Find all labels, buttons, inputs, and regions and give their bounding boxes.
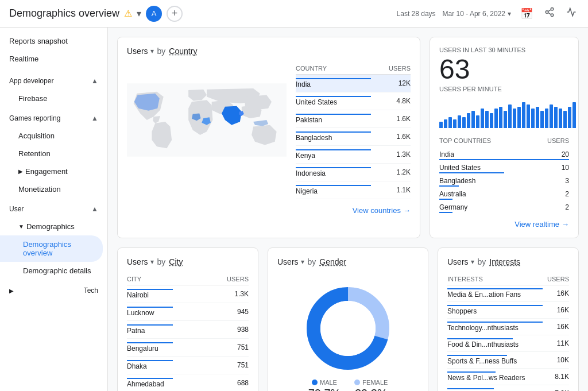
realtime-bar	[513, 109, 516, 128]
city-filter-link[interactable]: City	[169, 257, 183, 266]
realtime-bar	[499, 107, 502, 129]
country-table: COUNTRY USERS India 12K United States 4.…	[296, 63, 411, 199]
interests-table-row[interactable]: Sports & F...ness Buffs 10K	[447, 352, 569, 369]
sidebar-demographic-details[interactable]: Demographic details	[0, 262, 103, 280]
country-table-row[interactable]: Nigeria 1.1K	[296, 181, 411, 199]
view-realtime-link[interactable]: View realtime →	[439, 220, 569, 229]
country-table-row[interactable]: United States 4.8K	[296, 92, 411, 110]
sidebar-monetization[interactable]: Monetization	[0, 180, 103, 198]
realtime-bar	[545, 109, 548, 128]
interests-table-row[interactable]: News & Pol...ws Readers 8.1K	[447, 369, 569, 385]
city-table-row[interactable]: Ahmedabad 688	[127, 374, 249, 392]
interests-table-row[interactable]: Technology...nthusiasts 16K	[447, 319, 569, 335]
dropdown-arrow-interests[interactable]: ▾	[471, 258, 474, 266]
realtime-bar	[517, 107, 521, 129]
country-table-row[interactable]: Kenya 1.3K	[296, 146, 411, 164]
topbar-left: Demographics overview ⚠ ▾ A +	[9, 6, 183, 22]
country-table-row[interactable]: India 12K	[296, 75, 411, 92]
realtime-bar	[536, 107, 539, 129]
realtime-bar	[550, 104, 553, 128]
sidebar-demographics-overview[interactable]: Demographics overview	[0, 235, 103, 262]
share-icon-btn[interactable]	[542, 5, 557, 22]
col-city-header: CITY	[127, 273, 204, 285]
realtime-bar	[476, 115, 479, 129]
country-bar	[439, 172, 504, 173]
sidebar-firebase[interactable]: Firebase	[0, 90, 103, 107]
female-pct: 29.3%	[355, 387, 388, 391]
interests-table-row[interactable]: Media & En...ation Fans 16K	[447, 285, 569, 302]
city-card-title: Users ▾ by City	[127, 257, 249, 266]
interests-table-row[interactable]: Lifestyles ...nthusiasts 7.9K	[447, 385, 569, 392]
avatar: A	[146, 6, 162, 22]
city-table-row[interactable]: Bengaluru 751	[127, 339, 249, 357]
world-map	[127, 63, 287, 177]
city-table-row[interactable]: Dhaka 751	[127, 357, 249, 374]
layout: Reports snapshot Realtime App developer …	[0, 28, 588, 391]
male-legend: MALE 70.7%	[308, 379, 341, 391]
sidebar-acquisition[interactable]: Acquisition	[0, 127, 103, 145]
city-table-row[interactable]: Patna 938	[127, 321, 249, 339]
date-range-selector[interactable]: Mar 10 - Apr 6, 2022 ▾	[443, 10, 511, 18]
add-view-btn[interactable]: +	[167, 6, 183, 22]
realtime-bar	[531, 109, 535, 128]
calendar-icon-btn[interactable]: 📅	[518, 5, 535, 22]
svg-point-2	[551, 14, 554, 17]
col-interests-users-header: USERS	[543, 273, 569, 285]
chevron-up-icon2: ▲	[91, 114, 98, 122]
svg-point-0	[551, 8, 554, 11]
page-title: Demographics overview	[9, 7, 119, 20]
interests-card-title: Users ▾ by Interests	[447, 257, 569, 266]
realtime-card: USERS IN LAST 30 MINUTES 63 USERS PER MI…	[430, 37, 579, 238]
topbar-right: Last 28 days Mar 10 - Apr 6, 2022 ▾ 📅	[397, 5, 579, 22]
country-table-row[interactable]: Bangladesh 1.6K	[296, 128, 411, 146]
sidebar-games-reporting[interactable]: Games reporting ▲	[0, 110, 107, 127]
realtime-bar	[572, 102, 576, 128]
dropdown-arrow-city[interactable]: ▾	[150, 258, 154, 266]
realtime-bar	[458, 115, 461, 129]
country-bar	[439, 199, 452, 200]
sidebar-app-developer[interactable]: App developer ▲	[0, 72, 107, 90]
top-countries-list: India 20 United States 10 Bangladesh 3 A…	[439, 149, 569, 213]
svg-point-9	[320, 301, 376, 356]
svg-point-1	[546, 11, 548, 14]
dropdown-arrow-gender[interactable]: ▾	[301, 258, 304, 266]
view-countries-link[interactable]: View countries →	[127, 206, 411, 215]
realtime-bar	[439, 122, 443, 128]
realtime-section-label: USERS IN LAST 30 MINUTES	[439, 47, 569, 53]
sidebar-demographics[interactable]: ▼ Demographics	[0, 218, 103, 235]
realtime-bar	[504, 111, 507, 128]
city-table-row[interactable]: Nairobi 1.3K	[127, 285, 249, 303]
city-card: Users ▾ by City CITY USERS Nairobi	[117, 247, 258, 391]
dropdown-arrow-users[interactable]: ▾	[150, 47, 154, 55]
country-table-row[interactable]: Indonesia 1.2K	[296, 164, 411, 181]
title-dropdown-btn[interactable]: ▾	[137, 8, 141, 19]
realtime-bar	[568, 107, 571, 129]
interests-table-row[interactable]: Shoppers 16K	[447, 302, 569, 319]
city-table-row[interactable]: Lucknow 945	[127, 303, 249, 321]
interests-table-row[interactable]: Food & Din...nthusiasts 11K	[447, 335, 569, 352]
realtime-bar	[462, 117, 466, 128]
chevron-up-icon: ▲	[91, 77, 98, 85]
country-filter-link[interactable]: Country	[169, 47, 197, 56]
realtime-bar	[444, 119, 447, 128]
realtime-bar	[467, 113, 470, 128]
country-bar	[439, 185, 459, 187]
col-city-users-header: USERS	[204, 273, 249, 285]
sidebar-tech[interactable]: ▶ Tech	[0, 282, 107, 299]
sidebar-reports-snapshot[interactable]: Reports snapshot	[0, 32, 107, 50]
country-table-row[interactable]: Pakistan 1.6K	[296, 110, 411, 128]
gender-filter-link[interactable]: Gender	[319, 257, 346, 266]
sidebar-retention[interactable]: Retention	[0, 145, 103, 162]
expand-icon: ▶	[18, 168, 23, 175]
realtime-bar	[527, 104, 530, 128]
sidebar-realtime[interactable]: Realtime	[0, 50, 107, 68]
top-bar: Demographics overview ⚠ ▾ A + Last 28 da…	[0, 0, 588, 28]
sidebar-engagement[interactable]: ▶ Engagement	[0, 162, 103, 180]
realtime-count: 63	[439, 56, 569, 83]
sidebar-user[interactable]: User ▲	[0, 200, 107, 218]
realtime-bar	[563, 111, 567, 128]
main-content: Users ▾ by Country	[108, 28, 588, 391]
country-bar	[439, 212, 452, 213]
interests-filter-link[interactable]: Interests	[489, 257, 520, 266]
more-options-btn[interactable]	[564, 5, 579, 22]
